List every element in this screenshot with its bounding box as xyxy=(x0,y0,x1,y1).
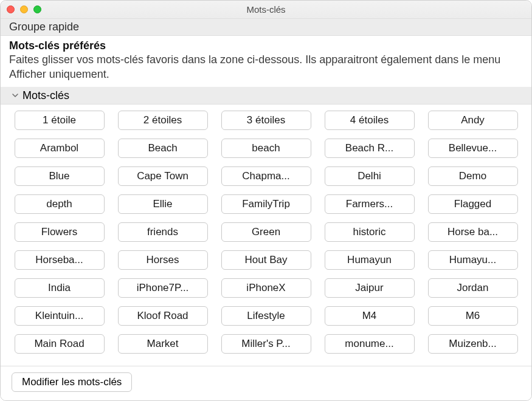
keyword-chip[interactable]: Green xyxy=(221,222,311,242)
keyword-chip[interactable]: Ellie xyxy=(118,194,208,214)
keyword-chip[interactable]: Blue xyxy=(15,166,105,186)
keyword-chip[interactable]: Horses xyxy=(118,250,208,270)
keyword-chip[interactable]: 4 étoiles xyxy=(325,111,415,130)
keyword-chip[interactable]: iPhoneX xyxy=(221,278,311,298)
keyword-chip[interactable]: India xyxy=(15,278,105,298)
minimize-icon[interactable] xyxy=(20,5,28,13)
keyword-chip[interactable]: 2 étoiles xyxy=(118,111,208,130)
keyword-chip[interactable]: monume... xyxy=(325,334,415,354)
keyword-chip[interactable]: Flowers xyxy=(15,222,105,242)
keyword-chip[interactable]: Chapma... xyxy=(221,166,311,186)
zoom-icon[interactable] xyxy=(33,5,41,13)
keyword-chip[interactable]: friends xyxy=(118,222,208,242)
keyword-chip[interactable]: Andy xyxy=(428,111,518,130)
keyword-chip[interactable]: Kleintuin... xyxy=(15,306,105,326)
keyword-chip[interactable]: iPhone7P... xyxy=(118,278,208,298)
keyword-chip[interactable]: Hout Bay xyxy=(221,250,311,270)
keyword-chip[interactable]: Main Road xyxy=(15,334,105,354)
keyword-chip[interactable]: 3 étoiles xyxy=(221,111,311,130)
keywords-header-label: Mots-clés xyxy=(22,89,69,102)
keyword-chip[interactable]: Miller's P... xyxy=(221,334,311,354)
keyword-chip[interactable]: M6 xyxy=(428,306,518,326)
preferred-title: Mots-clés préférés xyxy=(9,39,523,52)
keyword-chip[interactable]: Muizenb... xyxy=(428,334,518,354)
keyword-chip[interactable]: Humayu... xyxy=(428,250,518,270)
keyword-chip[interactable]: Jaipur xyxy=(325,278,415,298)
keyword-chip[interactable]: Kloof Road xyxy=(118,306,208,326)
keyword-chip[interactable]: Beach R... xyxy=(325,139,415,158)
keyword-chip[interactable]: Flagged xyxy=(428,194,518,214)
keyword-chip[interactable]: Lifestyle xyxy=(221,306,311,326)
keyword-chip[interactable]: Humayun xyxy=(325,250,415,270)
keywords-grid: 1 étoile2 étoiles3 étoiles4 étoilesAndyA… xyxy=(19,111,513,354)
window-titlebar: Mots-clés xyxy=(1,1,531,19)
keyword-chip[interactable]: depth xyxy=(15,194,105,214)
keyword-chip[interactable]: beach xyxy=(221,139,311,158)
window-title: Mots-clés xyxy=(1,4,531,15)
keyword-chip[interactable]: M4 xyxy=(325,306,415,326)
keyword-chip[interactable]: FamilyTrip xyxy=(221,194,311,214)
keyword-chip[interactable]: Cape Town xyxy=(118,166,208,186)
keyword-chip[interactable]: Delhi xyxy=(325,166,415,186)
keyword-chip[interactable]: Horseba... xyxy=(15,250,105,270)
keyword-chip[interactable]: Bellevue... xyxy=(428,139,518,158)
keyword-chip[interactable]: Demo xyxy=(428,166,518,186)
keywords-grid-container: 1 étoile2 étoiles3 étoiles4 étoilesAndyA… xyxy=(1,105,531,366)
keyword-chip[interactable]: Jordan xyxy=(428,278,518,298)
window-controls xyxy=(7,5,41,13)
keywords-header[interactable]: Mots-clés xyxy=(1,87,531,105)
keyword-chip[interactable]: Market xyxy=(118,334,208,354)
preferred-description: Faites glisser vos mots-clés favoris dan… xyxy=(9,52,523,82)
keyword-chip[interactable]: Farmers... xyxy=(325,194,415,214)
keyword-chip[interactable]: Arambol xyxy=(15,139,105,158)
edit-keywords-button[interactable]: Modifier les mots-clés xyxy=(12,372,132,392)
chevron-down-icon xyxy=(12,92,19,99)
keyword-chip[interactable]: 1 étoile xyxy=(15,111,105,130)
keyword-chip[interactable]: Beach xyxy=(118,139,208,158)
footer: Modifier les mots-clés xyxy=(1,366,531,400)
keyword-chip[interactable]: Horse ba... xyxy=(428,222,518,242)
close-icon[interactable] xyxy=(7,5,15,13)
preferred-keywords-block: Mots-clés préférés Faites glisser vos mo… xyxy=(1,36,531,87)
keyword-chip[interactable]: historic xyxy=(325,222,415,242)
quick-group-header[interactable]: Groupe rapide xyxy=(1,19,531,36)
